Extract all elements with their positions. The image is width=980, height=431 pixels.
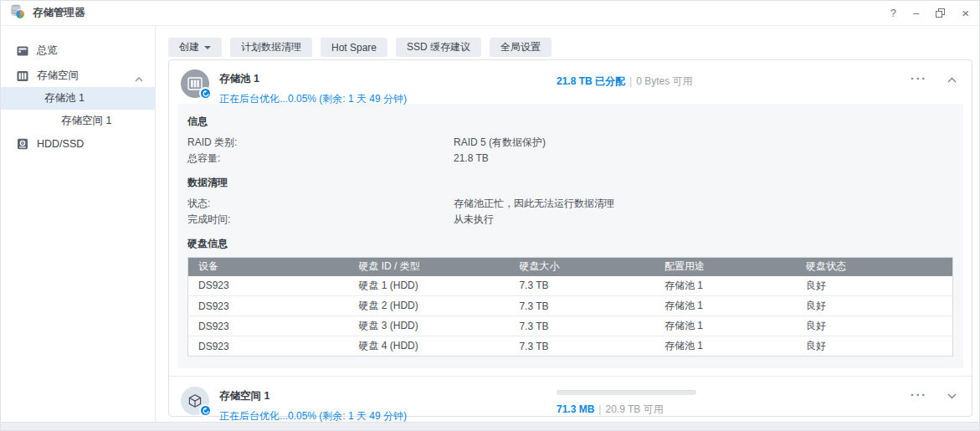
disk-section-title: 硬盘信息 — [187, 237, 953, 251]
cell-device: DS923 — [188, 316, 349, 336]
collapse-chevron-icon[interactable] — [135, 73, 143, 85]
scrub-value: 从未执行 — [454, 212, 494, 228]
volume-more-button[interactable]: ··· — [911, 391, 927, 399]
main-content: 创建 计划数据清理 Hot Spare SSD 缓存建议 全局设置 — [156, 26, 979, 423]
cell-status: 良好 — [796, 276, 952, 296]
column-header: 硬盘状态 — [796, 258, 952, 276]
storage-icon — [16, 69, 29, 83]
cell-size: 7.3 TB — [509, 296, 654, 316]
restore-button[interactable] — [936, 8, 945, 18]
cell-allocation: 存储池 1 — [654, 276, 796, 296]
column-header: 配置用途 — [654, 258, 796, 276]
cell-status: 良好 — [796, 336, 952, 357]
sidebar-item-hdd-ssd[interactable]: HDD/SSD — [1, 132, 155, 155]
sidebar-item-label: 存储空间 — [37, 69, 79, 83]
sidebar-item-label: HDD/SSD — [37, 138, 84, 150]
cell-size: 7.3 TB — [509, 336, 654, 357]
hot-spare-button[interactable]: Hot Spare — [321, 38, 387, 57]
volume-title: 存储空间 1 — [219, 387, 407, 403]
app-title: 存储管理器 — [33, 6, 85, 20]
title-bar: 存储管理器 ? – × — [1, 1, 979, 26]
table-row[interactable]: DS923 硬盘 4 (HDD) 7.3 TB 存储池 1 良好 — [188, 336, 953, 357]
disk-table-header-row: 设备 硬盘 ID / 类型 硬盘大小 配置用途 硬盘状态 — [188, 258, 953, 276]
cell-allocation: 存储池 1 — [654, 316, 796, 336]
sidebar-item-label: 存储空间 1 — [61, 114, 111, 128]
sidebar-item-volume-1[interactable]: 存储空间 1 — [1, 110, 155, 132]
sync-badge-icon — [199, 87, 212, 100]
pool-allocated: 21.8 TB 已分配 — [557, 75, 625, 87]
app-icon — [9, 3, 25, 23]
pool-collapse-chevron-icon[interactable] — [947, 71, 957, 86]
cell-allocation: 存储池 1 — [654, 296, 796, 316]
cell-disk-id: 硬盘 4 (HDD) — [348, 336, 509, 357]
pool-capacity: 21.8 TB 已分配|0 Bytes 可用 — [557, 74, 693, 89]
pool-status-link[interactable]: 正在后台优化...0.05% (剩余: 1 天 49 分钟) — [219, 92, 407, 106]
sidebar: 总览 存储空间 存储池 1 存储空间 1 — [1, 26, 156, 423]
info-section-title: 信息 — [187, 115, 953, 129]
create-button[interactable]: 创建 — [168, 38, 222, 57]
pool-more-button[interactable]: ··· — [911, 74, 927, 83]
pool-detail-panel: 信息 RAID 类别:RAID 5 (有数据保护) 总容量:21.8 TB 数据… — [177, 104, 963, 368]
volume-expand-chevron-icon[interactable] — [947, 387, 957, 403]
sidebar-item-storage-pool-1[interactable]: 存储池 1 — [1, 87, 155, 110]
cell-allocation: 存储池 1 — [654, 336, 796, 357]
hdd-icon — [16, 137, 29, 151]
column-header: 硬盘 ID / 类型 — [348, 258, 509, 276]
sync-badge-icon — [199, 404, 212, 417]
column-header: 设备 — [188, 258, 349, 276]
cell-size: 7.3 TB — [509, 316, 654, 336]
pool-header: 存储池 1 正在后台优化...0.05% (剩余: 1 天 49 分钟) 21.… — [169, 60, 972, 104]
info-section: 信息 RAID 类别:RAID 5 (有数据保护) 总容量:21.8 TB — [187, 115, 953, 167]
volume-usage: 71.3 MB|20.9 TB 可用 — [557, 390, 757, 417]
cell-status: 良好 — [796, 316, 952, 336]
global-settings-button[interactable]: 全局设置 — [490, 38, 552, 57]
dropdown-caret-icon — [204, 46, 211, 49]
storage-pool-icon — [181, 69, 209, 98]
ssd-cache-advisor-button[interactable]: SSD 缓存建议 — [396, 38, 481, 57]
cell-disk-id: 硬盘 1 (HDD) — [348, 276, 509, 296]
cell-disk-id: 硬盘 3 (HDD) — [348, 316, 509, 336]
disk-info-section: 硬盘信息 设备 硬盘 ID / 类型 硬盘大小 配置用途 硬盘状态 — [187, 237, 953, 357]
toolbar: 创建 计划数据清理 Hot Spare SSD 缓存建议 全局设置 — [156, 26, 979, 57]
overview-icon — [16, 44, 29, 58]
table-row[interactable]: DS923 硬盘 3 (HDD) 7.3 TB 存储池 1 良好 — [188, 316, 953, 336]
minimize-button[interactable]: – — [913, 8, 919, 18]
table-row[interactable]: DS923 硬盘 2 (HDD) 7.3 TB 存储池 1 良好 — [188, 296, 953, 316]
scrub-value: 存储池正忙，因此无法运行数据清理 — [454, 196, 614, 212]
scrub-label: 状态: — [187, 196, 454, 212]
cell-status: 良好 — [796, 296, 952, 316]
info-value: 21.8 TB — [454, 151, 489, 167]
scrub-label: 完成时间: — [187, 212, 454, 228]
window-bottom-edge — [1, 422, 979, 430]
scheduled-scrubbing-button[interactable]: 计划数据清理 — [230, 38, 312, 57]
info-label: RAID 类别: — [187, 135, 454, 151]
table-row[interactable]: DS923 硬盘 1 (HDD) 7.3 TB 存储池 1 良好 — [188, 276, 953, 296]
disk-table: 设备 硬盘 ID / 类型 硬盘大小 配置用途 硬盘状态 DS923 硬盘 1 … — [187, 257, 953, 357]
cell-disk-id: 硬盘 2 (HDD) — [348, 296, 509, 316]
info-value: RAID 5 (有数据保护) — [454, 135, 546, 151]
volume-available: 20.9 TB 可用 — [605, 403, 663, 415]
column-header: 硬盘大小 — [509, 258, 654, 276]
help-button[interactable]: ? — [890, 8, 896, 18]
volume-used: 71.3 MB — [557, 403, 594, 415]
close-button[interactable]: × — [962, 7, 969, 19]
scrubbing-section-title: 数据清理 — [187, 176, 953, 190]
volume-icon — [181, 387, 209, 415]
sidebar-item-overview[interactable]: 总览 — [1, 39, 155, 62]
cell-device: DS923 — [188, 296, 349, 316]
volume-row: 存储空间 1 正在后台优化...0.05% (剩余: 1 天 49 分钟) 71… — [169, 377, 972, 427]
cell-size: 7.3 TB — [509, 276, 654, 296]
info-label: 总容量: — [187, 151, 454, 167]
pool-available: 0 Bytes 可用 — [636, 75, 692, 87]
sidebar-item-label: 总览 — [37, 44, 58, 58]
cell-device: DS923 — [188, 336, 349, 357]
storage-pool-card: 存储池 1 正在后台优化...0.05% (剩余: 1 天 49 分钟) 21.… — [168, 59, 972, 417]
sidebar-item-label: 存储池 1 — [44, 91, 85, 105]
scrubbing-section: 数据清理 状态:存储池正忙，因此无法运行数据清理 完成时间:从未执行 — [187, 176, 953, 228]
volume-progress-bar — [557, 390, 696, 395]
cell-device: DS923 — [188, 276, 349, 296]
pool-title: 存储池 1 — [219, 69, 407, 86]
sidebar-item-storage[interactable]: 存储空间 — [1, 64, 155, 87]
